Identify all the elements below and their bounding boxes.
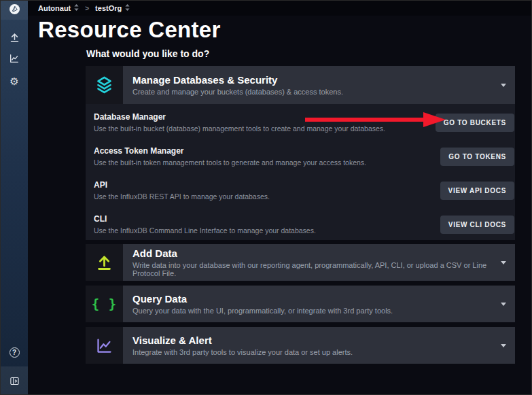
view-cli-docs-button[interactable]: VIEW CLI DOCS (440, 216, 514, 234)
page-subtitle: What would you like to do? (86, 48, 209, 59)
sidebar-item-load-data[interactable] (7, 32, 21, 46)
view-api-docs-button[interactable]: VIEW API DOCS (440, 182, 514, 200)
panel-manage-header[interactable]: Manage Databases & Security Create and m… (86, 66, 515, 104)
gear-icon: ⚙ (10, 76, 18, 86)
breadcrumb-suborg-label: testOrg (95, 4, 122, 12)
sidebar: ⚙ ? (1, 1, 28, 395)
row-description: Use the built-in token management tools … (94, 158, 440, 167)
chevron-down-icon[interactable] (501, 261, 506, 264)
panel-description: Query your data with the UI, programmati… (132, 307, 495, 315)
panel-description: Integrate with 3rd party tools to visual… (132, 348, 495, 356)
sidebar-toggle-icon[interactable] (7, 375, 21, 388)
sidebar-item-settings[interactable]: ⚙ (7, 74, 21, 88)
chevron-down-icon[interactable] (501, 84, 506, 87)
breadcrumb-separator: > (85, 5, 89, 12)
curly-braces-icon: { } (86, 286, 123, 322)
row-text: API Use the InfluxDB REST API to manage … (94, 180, 440, 201)
layers-stack-icon (86, 66, 123, 104)
line-chart-icon (86, 327, 123, 364)
go-to-buckets-button[interactable]: GO TO BUCKETS (436, 114, 514, 132)
sidebar-footer (1, 366, 28, 395)
panel-title: Visualize & Alert (132, 334, 495, 346)
influxdb-logo[interactable] (1, 1, 28, 20)
sidebar-nav: ⚙ (7, 32, 21, 88)
panel-title: Query Data (132, 293, 495, 305)
panel-manage-header-text: Manage Databases & Security Create and m… (123, 66, 515, 104)
panel-visualize-header-text: Visualize & Alert Integrate with 3rd par… (123, 327, 515, 364)
panel-add-data: Add Data Write data into your database w… (86, 244, 515, 281)
resource-row-cli: CLI Use the InfluxDB Command Line Interf… (86, 207, 515, 241)
panel-add-data-header-text: Add Data Write data into your database w… (123, 244, 515, 281)
row-text: Access Token Manager Use the built-in to… (94, 146, 440, 167)
upload-arrow-icon (86, 244, 123, 281)
app-window: ⚙ ? Autonaut > (0, 0, 532, 395)
chevron-down-icon[interactable] (501, 303, 506, 306)
page-title: Resource Center (38, 17, 221, 43)
sidebar-item-data-explorer[interactable] (7, 53, 21, 67)
panel-manage-body: Database Manager Use the built-in bucket… (86, 104, 515, 240)
panel-visualize-alert: Visualize & Alert Integrate with 3rd par… (86, 327, 515, 364)
row-description: Use the InfluxDB REST API to manage your… (94, 192, 440, 201)
curly-braces-glyph: { } (92, 296, 117, 311)
go-to-tokens-button[interactable]: GO TO TOKENS (440, 148, 514, 166)
panel-query-data: { } Query Data Query your data with the … (86, 286, 515, 322)
panel-description: Write data into your database with our r… (132, 261, 495, 277)
line-graph-icon (9, 53, 20, 67)
breadcrumb-bar: Autonaut > testOrg (28, 1, 531, 16)
chevron-down-icon[interactable] (501, 344, 506, 347)
row-title: API (94, 180, 440, 190)
breadcrumb-org-label: Autonaut (38, 4, 71, 12)
sidebar-bottom: ? (1, 347, 28, 395)
row-text: Database Manager Use the built-in bucket… (94, 112, 436, 133)
panel-description: Create and manage your buckets (database… (132, 88, 495, 96)
resource-row-database-manager: Database Manager Use the built-in bucket… (86, 105, 515, 139)
resource-row-access-token-manager: Access Token Manager Use the built-in to… (86, 139, 515, 173)
breadcrumb-suborg-selector[interactable]: testOrg (95, 4, 130, 12)
row-title: Database Manager (94, 112, 436, 122)
resource-row-api: API Use the InfluxDB REST API to manage … (86, 173, 515, 207)
panel-title: Add Data (132, 247, 495, 259)
panel-query-data-header-text: Query Data Query your data with the UI, … (123, 286, 515, 322)
help-icon[interactable]: ? (10, 347, 20, 358)
upload-arrow-icon (9, 32, 20, 46)
row-title: CLI (94, 214, 440, 224)
row-description: Use the InfluxDB Command Line Interface … (94, 226, 440, 235)
breadcrumb-org-selector[interactable]: Autonaut (38, 4, 79, 12)
sort-caret-icon (125, 4, 130, 12)
influxdb-logo-icon (8, 3, 21, 18)
panel-title: Manage Databases & Security (132, 74, 495, 86)
panel-add-data-header[interactable]: Add Data Write data into your database w… (86, 244, 515, 281)
panel-visualize-header[interactable]: Visualize & Alert Integrate with 3rd par… (86, 327, 515, 364)
panel-query-data-header[interactable]: { } Query Data Query your data with the … (86, 286, 515, 322)
row-title: Access Token Manager (94, 146, 440, 156)
sort-caret-icon (74, 4, 79, 12)
row-description: Use the built-in bucket (database) manag… (94, 124, 436, 133)
panel-manage-databases: Manage Databases & Security Create and m… (86, 66, 515, 240)
row-text: CLI Use the InfluxDB Command Line Interf… (94, 214, 440, 235)
